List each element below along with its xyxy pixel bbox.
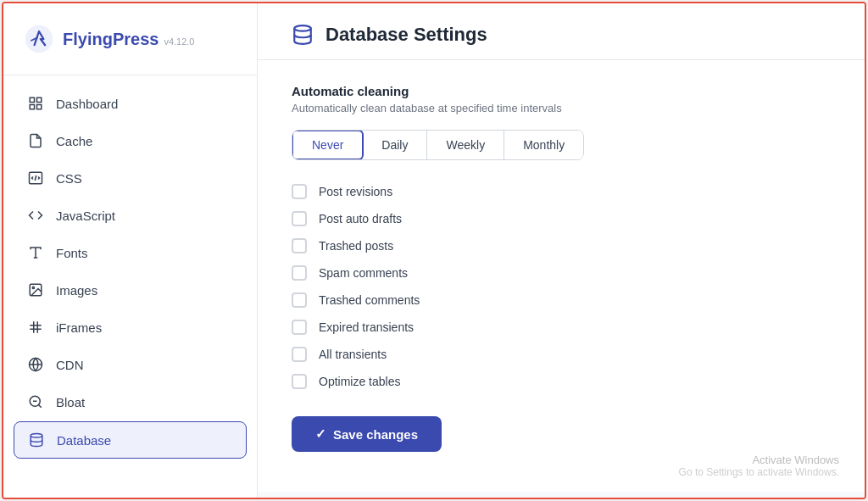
fonts-icon	[27, 244, 44, 261]
svg-line-17	[38, 404, 41, 407]
sidebar-item-javascript[interactable]: JavaScript	[14, 198, 247, 233]
activate-windows-line1: Activate Windows	[679, 454, 839, 466]
sidebar-label-bloat: Bloat	[56, 395, 85, 409]
checkbox-optimize-tables[interactable]	[292, 374, 307, 389]
option-expired-transients[interactable]: Expired transients	[292, 320, 831, 335]
section-description: Automatically clean database at specifie…	[292, 102, 831, 114]
option-spam-comments[interactable]: Spam comments	[292, 265, 831, 281]
sidebar-label-dashboard: Dashboard	[56, 97, 118, 111]
sidebar-label-css: CSS	[56, 171, 82, 186]
tab-monthly[interactable]: Monthly	[504, 131, 583, 159]
sidebar-label-cache: Cache	[56, 134, 92, 148]
option-post-auto-drafts[interactable]: Post auto drafts	[292, 211, 831, 226]
activate-windows-line2: Go to Settings to activate Windows.	[679, 466, 839, 478]
svg-point-19	[31, 434, 42, 438]
logo-area: FlyingPress v4.12.0	[3, 3, 257, 75]
label-expired-transients: Expired transients	[319, 320, 414, 334]
svg-rect-2	[37, 97, 42, 102]
page-header-database-icon	[292, 24, 314, 46]
sidebar-item-cache[interactable]: Cache	[14, 123, 247, 159]
label-optimize-tables: Optimize tables	[319, 375, 400, 388]
svg-point-9	[32, 287, 34, 288]
label-trashed-posts: Trashed posts	[319, 239, 393, 253]
option-optimize-tables[interactable]: Optimize tables	[292, 374, 831, 389]
cleanup-options-list: Post revisions Post auto drafts Trashed …	[292, 184, 831, 389]
main-content: Database Settings Automatic cleaning Aut…	[258, 3, 865, 498]
bloat-icon	[27, 393, 44, 410]
sidebar-item-iframes[interactable]: iFrames	[14, 309, 247, 345]
iframes-icon	[27, 319, 44, 336]
checkbox-trashed-comments[interactable]	[292, 292, 307, 308]
sidebar-item-database[interactable]: Database	[14, 421, 247, 459]
label-post-auto-drafts: Post auto drafts	[319, 212, 402, 225]
page-header: Database Settings	[258, 3, 865, 60]
label-post-revisions: Post revisions	[319, 185, 392, 198]
css-icon	[27, 170, 44, 186]
sidebar-item-css[interactable]: CSS	[14, 160, 247, 196]
sidebar-navigation: Dashboard Cache	[3, 82, 257, 498]
sidebar-label-fonts: Fonts	[56, 246, 88, 260]
logo-name: FlyingPress	[63, 30, 159, 49]
dashboard-icon	[27, 95, 44, 112]
svg-rect-3	[30, 105, 34, 109]
tab-never[interactable]: Never	[292, 130, 364, 160]
svg-rect-1	[30, 97, 34, 102]
svg-point-20	[294, 25, 311, 31]
svg-rect-4	[37, 105, 42, 109]
javascript-icon	[27, 207, 44, 224]
sidebar-item-fonts[interactable]: Fonts	[14, 235, 247, 270]
sidebar-label-images: Images	[56, 283, 97, 298]
cache-icon	[27, 132, 44, 149]
save-changes-button[interactable]: ✓ Save changes	[292, 416, 442, 452]
checkbox-expired-transients[interactable]	[292, 320, 307, 335]
frequency-tab-group: Never Daily Weekly Monthly	[292, 130, 584, 160]
sidebar-item-cdn[interactable]: CDN	[14, 347, 247, 382]
label-spam-comments: Spam comments	[319, 266, 408, 280]
checkbox-post-revisions[interactable]	[292, 184, 307, 199]
label-all-transients: All transients	[319, 348, 387, 361]
page-title: Database Settings	[326, 24, 487, 46]
cdn-icon	[27, 356, 44, 373]
sidebar-item-images[interactable]: Images	[14, 272, 247, 308]
logo-version: v4.12.0	[164, 36, 194, 47]
flyingpress-logo-icon	[24, 24, 54, 54]
sidebar-label-javascript: JavaScript	[56, 209, 115, 223]
checkbox-trashed-posts[interactable]	[292, 238, 307, 253]
activate-windows-notice: Activate Windows Go to Settings to activ…	[679, 454, 839, 478]
checkmark-icon: ✓	[315, 426, 326, 442]
sidebar-label-cdn: CDN	[56, 358, 84, 372]
option-post-revisions[interactable]: Post revisions	[292, 184, 831, 199]
sidebar-label-database: Database	[57, 433, 111, 448]
sidebar-item-bloat[interactable]: Bloat	[14, 384, 247, 420]
label-trashed-comments: Trashed comments	[319, 293, 420, 307]
svg-point-0	[25, 25, 53, 53]
checkbox-spam-comments[interactable]	[292, 265, 307, 281]
option-all-transients[interactable]: All transients	[292, 347, 831, 362]
save-changes-label: Save changes	[333, 427, 418, 442]
tab-weekly[interactable]: Weekly	[427, 131, 504, 159]
option-trashed-posts[interactable]: Trashed posts	[292, 238, 831, 253]
tab-daily[interactable]: Daily	[363, 131, 427, 159]
database-icon	[28, 431, 45, 448]
sidebar-item-dashboard[interactable]: Dashboard	[14, 86, 247, 121]
checkbox-post-auto-drafts[interactable]	[292, 211, 307, 226]
section-title: Automatic cleaning	[292, 84, 831, 98]
checkbox-all-transients[interactable]	[292, 347, 307, 362]
option-trashed-comments[interactable]: Trashed comments	[292, 292, 831, 308]
content-area: Automatic cleaning Automatically clean d…	[258, 60, 865, 492]
sidebar-label-iframes: iFrames	[56, 320, 102, 335]
sidebar: FlyingPress v4.12.0 Dashboard	[3, 3, 258, 498]
images-icon	[27, 281, 44, 298]
